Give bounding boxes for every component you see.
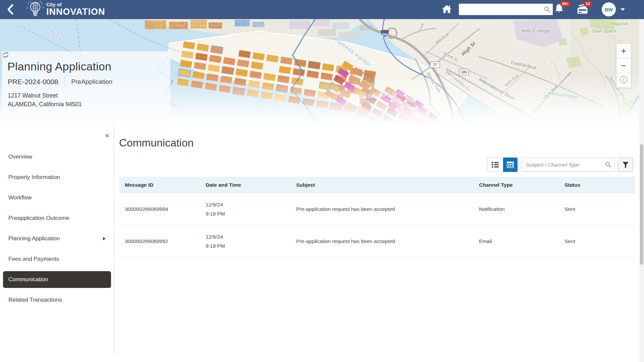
zoom-out-button[interactable]: − <box>616 58 631 73</box>
sidebar-item-label: Property Information <box>8 174 60 181</box>
search-icon <box>543 6 551 13</box>
cell-channel-type: Notification <box>479 206 565 212</box>
collapse-sidebar-button[interactable]: « <box>105 131 109 140</box>
sidebar-item-label: Workflow <box>8 194 32 201</box>
column-header: Subject <box>296 182 479 188</box>
section-title: Communication <box>119 137 635 149</box>
address-line2: ALAMEDA, California 94501 <box>8 100 170 109</box>
record-id-row: PRE-2024-0008 PreApplication <box>8 77 170 86</box>
sidebar-item-planning-application[interactable]: Planning Application <box>3 230 111 247</box>
brand-innovation: INNOVATION <box>46 7 105 17</box>
scrollbar[interactable] <box>639 19 644 362</box>
notifications-badge: 99+ <box>560 1 571 7</box>
sidebar-item-related-transactions[interactable]: Related Transactions <box>3 292 111 308</box>
cell-status: Sent <box>565 238 635 244</box>
highway-shield: 77 <box>430 62 440 68</box>
column-header: Date and Time <box>206 182 296 188</box>
sidebar-item-overview[interactable]: Overview <box>3 148 111 165</box>
home-button[interactable] <box>441 4 452 15</box>
cell-date-time: 12/9/249:18 PM <box>206 200 296 218</box>
cell-message-id: 300000266069992 <box>119 238 206 244</box>
refresh-icon <box>2 51 9 59</box>
sidebar-item-preapplication-outcome[interactable]: Preapplication Outcome <box>3 210 111 227</box>
content-area: « OverviewProperty InformationWorkflowPr… <box>0 125 644 362</box>
highway-shield: 185 <box>459 69 469 75</box>
chevron-down-icon <box>620 8 625 11</box>
record-type: PreApplication <box>71 78 113 85</box>
sidebar-item-label: Related Transactions <box>8 297 62 303</box>
map-region[interactable]: 88018577day FryAlameda HarborAlamedaMill… <box>0 19 644 125</box>
filter-button[interactable] <box>618 158 633 172</box>
global-search <box>459 4 553 15</box>
view-toggle <box>487 158 518 172</box>
cell-subject: Pre-application request has been accepte… <box>296 206 479 212</box>
global-search-input[interactable] <box>459 4 553 15</box>
table-row[interactable]: 30000026606999412/9/249:18 PMPre-applica… <box>119 193 635 225</box>
map-label: Regional <box>610 21 628 26</box>
svg-text:880: 880 <box>382 33 387 36</box>
list-view-button[interactable] <box>487 158 503 172</box>
sidebar-item-label: Overview <box>8 154 32 160</box>
brand-logo[interactable]: City of INNOVATION <box>25 0 105 19</box>
sidebar-item-workflow[interactable]: Workflow <box>3 189 111 206</box>
sidebar-nav: OverviewProperty InformationWorkflowPrea… <box>3 148 111 312</box>
sidebar-item-label: Communication <box>8 276 48 283</box>
grid-view-button[interactable] <box>503 158 518 172</box>
info-icon: i <box>620 76 627 83</box>
map-controls: + − i <box>616 44 631 88</box>
svg-text:77: 77 <box>433 63 437 67</box>
column-header: Message ID <box>119 182 206 188</box>
home-icon <box>441 4 452 14</box>
record-address: 1217 Walnut Street ALAMEDA, California 9… <box>8 91 170 109</box>
notifications-button[interactable]: 99+ <box>553 3 565 14</box>
brand-text: City of INNOVATION <box>46 2 105 17</box>
scrollbar-thumb[interactable] <box>640 144 643 265</box>
cell-status: Sent <box>565 206 635 212</box>
sidebar-item-label: Fees and Payments <box>8 256 59 262</box>
payments-badge: 12 <box>584 1 592 7</box>
top-navbar: City of INNOVATION 99+ <box>0 0 644 19</box>
zoom-in-button[interactable]: + <box>616 44 631 58</box>
application-window: City of INNOVATION 99+ <box>0 0 644 362</box>
sidebar: « OverviewProperty InformationWorkflowPr… <box>0 125 114 356</box>
address-line1: 1217 Walnut Street <box>8 91 170 100</box>
table-search-input[interactable] <box>522 158 615 172</box>
column-header: Channel Type <box>479 182 565 188</box>
communications-table: Message IDDate and TimeSubjectChannel Ty… <box>119 177 635 257</box>
table-header: Message IDDate and TimeSubjectChannel Ty… <box>119 177 635 193</box>
user-menu-button[interactable]: BW <box>602 2 625 16</box>
chevron-left-icon <box>6 3 15 16</box>
sidebar-item-communication[interactable]: Communication <box>3 271 111 288</box>
search-icon <box>605 161 612 168</box>
table-body: 30000026606999412/9/249:18 PMPre-applica… <box>119 193 635 257</box>
map-info-button[interactable]: i <box>616 73 631 88</box>
main-panel: Communication <box>119 125 635 362</box>
cell-date-time: 12/9/249:18 PM <box>206 232 296 250</box>
sidebar-item-label: Planning Application <box>8 235 60 242</box>
record-id: PRE-2024-0008 <box>8 78 58 86</box>
avatar: BW <box>602 2 616 16</box>
payments-button[interactable]: 12 <box>576 3 589 16</box>
column-header: Status <box>565 182 635 188</box>
map-label: Open Space <box>592 28 616 34</box>
table-row[interactable]: 30000026606999212/9/249:18 PMPre-applica… <box>119 225 635 257</box>
back-button[interactable] <box>6 3 15 17</box>
filter-funnel-icon <box>622 161 629 169</box>
record-header-card: Planning Application PRE-2024-0008 PreAp… <box>2 51 170 125</box>
svg-text:185: 185 <box>461 70 467 74</box>
sidebar-item-fees-and-payments[interactable]: Fees and Payments <box>3 251 111 267</box>
cell-channel-type: Email <box>479 238 565 244</box>
lightbulb-logo-icon <box>25 0 45 19</box>
page-title: Planning Application <box>7 60 111 73</box>
toolbar <box>487 158 633 172</box>
table-search <box>522 158 615 172</box>
grid-view-icon <box>507 162 514 168</box>
map-label: Mills College <box>521 28 550 34</box>
list-view-icon <box>492 162 499 168</box>
divider <box>65 77 65 86</box>
cell-message-id: 300000266069994 <box>119 206 206 212</box>
sidebar-item-property-information[interactable]: Property Information <box>3 169 111 186</box>
submenu-arrow-icon <box>103 237 106 240</box>
cell-subject: Pre-application request has been accepte… <box>296 238 479 244</box>
sidebar-item-label: Preapplication Outcome <box>8 215 69 222</box>
